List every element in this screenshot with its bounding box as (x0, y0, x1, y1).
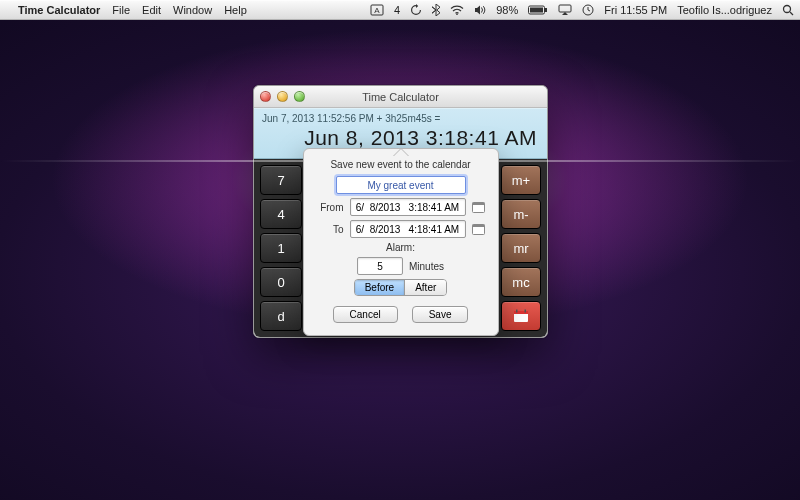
svg-point-2 (456, 13, 458, 15)
key-memory-plus[interactable]: m+ (501, 165, 541, 195)
from-datetime-input[interactable] (350, 198, 466, 216)
alarm-minutes-input[interactable] (357, 257, 403, 275)
titlebar[interactable]: Time Calculator (254, 86, 547, 108)
window-close-button[interactable] (260, 91, 271, 102)
adobe-status-icon[interactable]: A (370, 4, 384, 16)
menu-window[interactable]: Window (173, 4, 212, 16)
key-memory-minus[interactable]: m- (501, 199, 541, 229)
save-event-popover: Save new event to the calendar From To (303, 148, 499, 336)
alarm-segmented-control: Before After (354, 279, 448, 296)
minutes-label: Minutes (409, 261, 444, 272)
svg-rect-12 (516, 310, 518, 313)
svg-rect-6 (559, 5, 571, 12)
key-d[interactable]: d (260, 301, 302, 331)
menu-help[interactable]: Help (224, 4, 247, 16)
key-memory-clear[interactable]: mc (501, 267, 541, 297)
event-name-input[interactable] (336, 176, 466, 194)
calendar-icon (513, 309, 529, 323)
segment-after[interactable]: After (404, 280, 446, 295)
from-label: From (316, 202, 344, 213)
adobe-status-count: 4 (394, 4, 400, 16)
svg-rect-15 (473, 203, 485, 206)
svg-rect-17 (473, 225, 485, 228)
key-0[interactable]: 0 (260, 267, 302, 297)
volume-icon[interactable] (474, 5, 486, 15)
key-4[interactable]: 4 (260, 199, 302, 229)
menubar: Time Calculator File Edit Window Help A … (0, 0, 800, 20)
app-menu[interactable]: Time Calculator (18, 4, 100, 16)
menu-edit[interactable]: Edit (142, 4, 161, 16)
to-label: To (316, 224, 344, 235)
to-calendar-icon[interactable] (472, 222, 486, 236)
popover-heading: Save new event to the calendar (314, 159, 488, 170)
timemachine-icon[interactable] (582, 4, 594, 16)
svg-rect-13 (525, 310, 527, 313)
key-memory-recall[interactable]: mr (501, 233, 541, 263)
app-window: Time Calculator Jun 7, 2013 11:52:56 PM … (253, 85, 548, 338)
menubar-clock[interactable]: Fri 11:55 PM (604, 4, 667, 16)
svg-text:A: A (374, 6, 380, 15)
svg-rect-5 (545, 8, 547, 12)
save-button[interactable]: Save (412, 306, 469, 323)
battery-icon[interactable] (528, 5, 548, 15)
svg-point-8 (784, 5, 791, 12)
segment-before[interactable]: Before (355, 280, 404, 295)
svg-rect-4 (530, 7, 543, 12)
key-7[interactable]: 7 (260, 165, 302, 195)
sync-icon[interactable] (410, 4, 422, 16)
window-minimize-button[interactable] (277, 91, 288, 102)
spotlight-icon[interactable] (782, 4, 794, 16)
bluetooth-icon[interactable] (432, 4, 440, 16)
svg-line-9 (790, 12, 793, 15)
menu-file[interactable]: File (112, 4, 130, 16)
to-datetime-input[interactable] (350, 220, 466, 238)
window-zoom-button[interactable] (294, 91, 305, 102)
menubar-user[interactable]: Teofilo Is...odriguez (677, 4, 772, 16)
key-calendar[interactable] (501, 301, 541, 331)
key-1[interactable]: 1 (260, 233, 302, 263)
cancel-button[interactable]: Cancel (333, 306, 398, 323)
airplay-icon[interactable] (558, 4, 572, 15)
battery-percent: 98% (496, 4, 518, 16)
alarm-label: Alarm: (386, 242, 415, 253)
wifi-icon[interactable] (450, 5, 464, 15)
display-expression: Jun 7, 2013 11:52:56 PM + 3h25m45s = (262, 113, 539, 124)
from-calendar-icon[interactable] (472, 200, 486, 214)
